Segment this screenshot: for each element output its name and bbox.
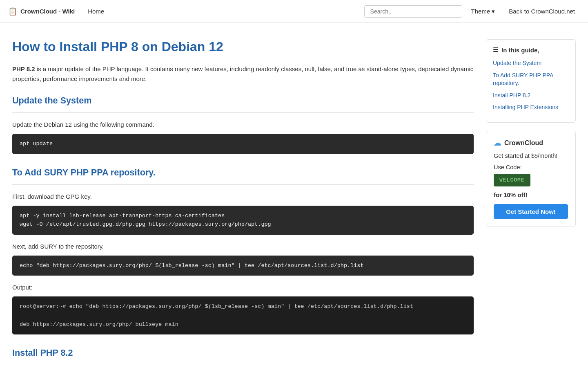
- section-install: Install PHP 8.2 Ensure the added package…: [12, 348, 474, 368]
- brand-text: CrownCloud - Wiki: [20, 8, 75, 15]
- toc-title: ☰ In this guide,: [493, 46, 569, 54]
- get-started-button[interactable]: Get Started Now!: [494, 204, 568, 219]
- toc-link-update[interactable]: Update the System: [493, 60, 541, 66]
- promo-code-label: Use Code:: [494, 164, 568, 171]
- toc-link-sury[interactable]: To Add SURY PHP PPA repository.: [493, 72, 553, 87]
- promo-card: ☁ CrownCloud Get started at $5/month! Us…: [486, 131, 576, 227]
- section-desc-update: Update the Debian 12 using the following…: [12, 121, 474, 128]
- section-sury: To Add SURY PHP PPA repository. First, d…: [12, 167, 474, 335]
- divider-sury: [12, 184, 474, 185]
- back-to-crowncloud-link[interactable]: Back to CrownCloud.net: [504, 5, 580, 17]
- toc-item-0: Update the System: [493, 59, 569, 67]
- divider-install: [12, 365, 474, 365]
- wiki-icon: 📋: [8, 7, 17, 16]
- intro-bold: PHP 8.2: [12, 65, 35, 72]
- promo-brand: ☁ CrownCloud: [494, 139, 568, 148]
- promo-desc1: Get started at: [494, 153, 530, 159]
- theme-button[interactable]: Theme ▾: [466, 5, 501, 18]
- brand-link[interactable]: 📋 CrownCloud - Wiki: [8, 7, 75, 16]
- code-block-echo: echo "deb https://packages.sury.org/php/…: [12, 256, 474, 276]
- section-heading-update: Update the System: [12, 95, 474, 106]
- promo-brand-name: CrownCloud: [504, 139, 543, 147]
- toc-link-extensions[interactable]: Installing PHP Extensions: [493, 104, 558, 110]
- code-block-gpg: apt -y install lsb-release apt-transport…: [12, 206, 474, 235]
- promo-description: Get started at $5/month!: [494, 152, 568, 161]
- section-desc-sury-3: Output:: [12, 284, 474, 291]
- toc-item-2: Install PHP 8.2: [493, 92, 569, 100]
- theme-label: Theme: [471, 8, 490, 15]
- section-update: Update the System Update the Debian 12 u…: [12, 95, 474, 154]
- toc-link-install[interactable]: Install PHP 8.2: [493, 92, 530, 99]
- cloud-icon: ☁: [494, 139, 501, 148]
- intro-paragraph: PHP 8.2 is a major update of the PHP lan…: [12, 64, 474, 84]
- list-icon: ☰: [493, 46, 498, 54]
- chevron-down-icon: ▾: [492, 8, 495, 15]
- section-desc-sury-2: Next, add SURY to the repository.: [12, 243, 474, 250]
- toc-list: Update the System To Add SURY PHP PPA re…: [493, 59, 569, 112]
- code-block-output: root@server:~# echo "deb https://package…: [12, 296, 474, 334]
- sidebar: ☰ In this guide, Update the System To Ad…: [486, 39, 576, 368]
- page-layout: How to Install PHP 8 on Debian 12 PHP 8.…: [0, 23, 588, 368]
- promo-code-box: WELCOME: [494, 174, 530, 186]
- navbar: 📋 CrownCloud - Wiki Home Theme ▾ Back to…: [0, 0, 588, 23]
- intro-text: is a major update of the PHP language. I…: [12, 65, 473, 82]
- divider-update: [12, 112, 474, 113]
- toc-item-1: To Add SURY PHP PPA repository.: [493, 72, 569, 88]
- toc-card: ☰ In this guide, Update the System To Ad…: [486, 39, 576, 123]
- section-desc-sury-1: First, download the GPG key.: [12, 193, 474, 200]
- page-title: How to Install PHP 8 on Debian 12: [12, 39, 474, 54]
- toc-title-text: In this guide,: [501, 47, 539, 54]
- section-heading-sury: To Add SURY PHP PPA repository.: [12, 167, 474, 178]
- toc-item-3: Installing PHP Extensions: [493, 103, 569, 112]
- promo-discount: for 10% off!: [494, 191, 568, 198]
- section-heading-install: Install PHP 8.2: [12, 348, 474, 358]
- code-block-apt-update-1: apt update: [12, 134, 474, 154]
- home-link[interactable]: Home: [83, 5, 109, 17]
- promo-desc2: $5/month!: [531, 153, 558, 159]
- search-input[interactable]: [364, 5, 462, 18]
- main-content: How to Install PHP 8 on Debian 12 PHP 8.…: [12, 39, 474, 368]
